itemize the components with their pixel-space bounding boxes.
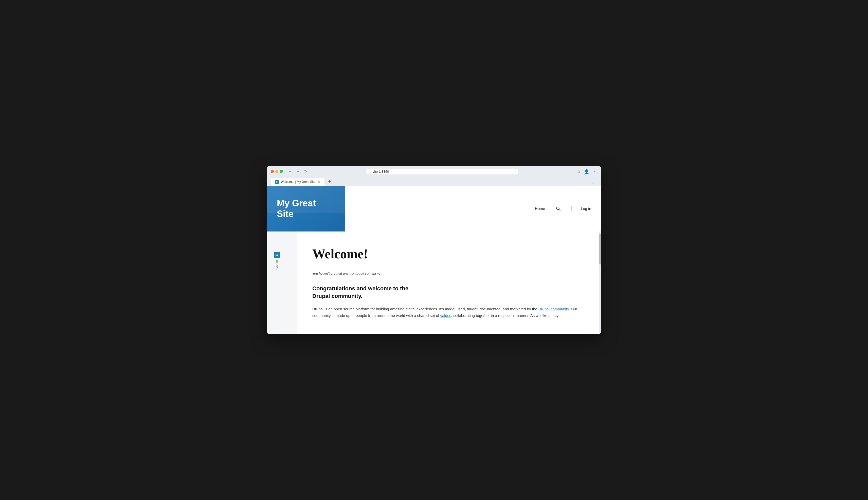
- browser-nav: ← → ↻ ⊙ site-1:8890 ☆ 👤 ⋮: [287, 169, 597, 174]
- new-tab-button[interactable]: +: [326, 178, 333, 186]
- fullscreen-window-button[interactable]: [280, 170, 283, 173]
- rss-label: RSS feed: [276, 259, 278, 270]
- nav-divider: [571, 206, 572, 211]
- tab-title: Welcome! | My Great Site: [281, 180, 315, 184]
- site-navigation: Home Log in: [345, 186, 601, 231]
- site-logo-area[interactable]: My Great Site: [267, 186, 345, 231]
- rss-icon: [274, 252, 280, 258]
- svg-point-2: [276, 255, 276, 256]
- welcome-body: Drupal is an open source platform for bu…: [312, 306, 581, 319]
- browser-titlebar: ← → ↻ ⊙ site-1:8890 ☆ 👤 ⋮ d Welcome! | M…: [267, 166, 601, 186]
- address-bar[interactable]: ⊙ site-1:8890: [366, 169, 518, 174]
- reload-button[interactable]: ↻: [303, 169, 308, 174]
- body-text-1: Drupal is an open source platform for bu…: [312, 307, 538, 311]
- address-url: site-1:8890: [373, 170, 389, 173]
- tab-favicon: d: [275, 180, 279, 184]
- search-icon: [556, 206, 561, 211]
- nav-menu: Home: [532, 205, 548, 212]
- forward-button[interactable]: →: [295, 169, 301, 174]
- scrollbar-track[interactable]: [599, 231, 601, 334]
- profile-button[interactable]: 👤: [584, 169, 590, 174]
- site-main: RSS feed Welcome! You haven't created an…: [267, 231, 601, 334]
- drupal-community-link[interactable]: Drupal community: [538, 307, 569, 311]
- page-title: Welcome!: [312, 247, 581, 261]
- tabs-row: d Welcome! | My Great Site × + ⌄: [271, 178, 597, 186]
- values-link[interactable]: values: [440, 314, 451, 318]
- content-area: Welcome! You haven't created any frontpa…: [297, 231, 601, 334]
- nav-login-link[interactable]: Log in: [581, 206, 591, 211]
- bookmark-button[interactable]: ☆: [576, 169, 581, 174]
- close-window-button[interactable]: [271, 170, 274, 173]
- traffic-lights: [271, 170, 283, 173]
- browser-controls: ← → ↻ ⊙ site-1:8890 ☆ 👤 ⋮: [271, 169, 597, 174]
- site-logo: My Great Site: [277, 198, 335, 219]
- browser-window: ← → ↻ ⊙ site-1:8890 ☆ 👤 ⋮ d Welcome! | M…: [267, 166, 601, 334]
- tab-expand-button[interactable]: ⌄: [589, 179, 597, 186]
- sidebar-left: RSS feed: [267, 231, 287, 334]
- svg-line-1: [559, 209, 560, 211]
- menu-button[interactable]: ⋮: [592, 169, 597, 174]
- rss-feed-link[interactable]: RSS feed: [274, 252, 280, 270]
- back-button[interactable]: ←: [287, 169, 293, 174]
- active-tab[interactable]: d Welcome! | My Great Site ×: [271, 178, 324, 186]
- address-security-icon: ⊙: [369, 170, 371, 173]
- congrats-heading: Congratulations and welcome to theDrupal…: [312, 285, 581, 300]
- frontpage-notice: You haven't created any frontpage conten…: [312, 271, 581, 276]
- nav-home-link[interactable]: Home: [532, 205, 548, 212]
- search-button[interactable]: [554, 205, 562, 213]
- body-text-3: , collaborating together in a respectful…: [451, 314, 560, 318]
- scrollbar-thumb: [599, 234, 601, 264]
- website-content: My Great Site Home Log in: [267, 186, 601, 334]
- minimize-window-button[interactable]: [275, 170, 278, 173]
- svg-point-0: [557, 207, 559, 210]
- tab-close-button[interactable]: ×: [317, 180, 320, 184]
- site-header: My Great Site Home Log in: [267, 186, 601, 231]
